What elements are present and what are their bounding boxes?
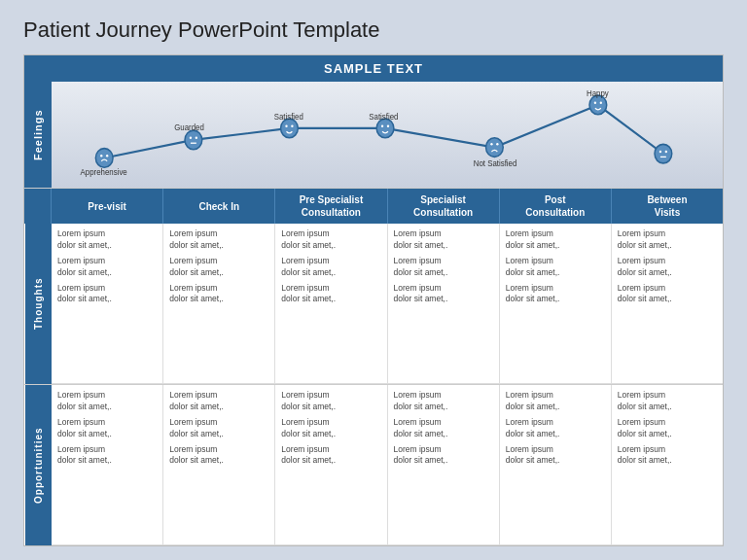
text-block: Lorem ipsumdolor sit amet,. [57, 283, 157, 306]
text-block: Lorem ipsumdolor sit amet,. [394, 256, 493, 279]
svg-point-14 [490, 143, 492, 146]
svg-point-9 [291, 124, 293, 127]
svg-point-0 [95, 149, 113, 168]
text-block: Lorem ipsumdolor sit amet,. [618, 256, 717, 279]
svg-text:Satisfied: Satisfied [369, 112, 399, 122]
feelings-label: Feelings [24, 82, 52, 188]
text-block: Lorem ipsumdolor sit amet,. [394, 417, 493, 440]
thoughts-row: Thoughts Lorem ipsumdolor sit amet,. Lor… [24, 224, 723, 385]
text-block: Lorem ipsumdolor sit amet,. [281, 228, 380, 252]
svg-point-2 [106, 155, 108, 158]
svg-text:Apprehensive: Apprehensive [81, 167, 127, 177]
svg-point-5 [196, 136, 197, 139]
svg-point-17 [594, 101, 596, 104]
page: Patient Journey PowerPoint Template SAMP… [0, 0, 747, 560]
table-section: Pre-visit Check In Pre SpecialistConsult… [24, 189, 723, 545]
text-block: Lorem ipsumdolor sit amet,. [281, 256, 380, 279]
thoughts-cell-2: Lorem ipsumdolor sit amet,. Lorem ipsumd… [163, 224, 275, 384]
text-block: Lorem ipsumdolor sit amet,. [169, 256, 268, 279]
text-block: Lorem ipsumdolor sit amet,. [169, 228, 268, 252]
svg-point-21 [665, 151, 667, 154]
text-block: Lorem ipsumdolor sit amet,. [57, 417, 157, 440]
text-block: Lorem ipsumdolor sit amet,. [506, 417, 605, 440]
text-block: Lorem ipsumdolor sit amet,. [281, 444, 380, 468]
opp-cell-3: Lorem ipsumdolor sit amet,. Lorem ipsumd… [275, 385, 387, 545]
thoughts-cell-1: Lorem ipsumdolor sit amet,. Lorem ipsumd… [52, 224, 163, 384]
svg-point-1 [100, 155, 102, 158]
opportunities-cells: Lorem ipsumdolor sit amet,. Lorem ipsumd… [52, 385, 723, 545]
svg-point-3 [185, 130, 202, 150]
thoughts-cell-5: Lorem ipsumdolor sit amet,. Lorem ipsumd… [500, 224, 612, 384]
thoughts-cells: Lorem ipsumdolor sit amet,. Lorem ipsumd… [52, 224, 723, 384]
svg-point-12 [387, 124, 389, 127]
col-header-prespec: Pre SpecialistConsultation [275, 189, 387, 224]
text-block: Lorem ipsumdolor sit amet,. [57, 390, 157, 413]
text-block: Lorem ipsumdolor sit amet,. [57, 444, 157, 468]
col-header-checkin: Check In [163, 189, 275, 224]
opp-cell-2: Lorem ipsumdolor sit amet,. Lorem ipsumd… [163, 385, 275, 545]
journey-svg: Apprehensive Guarded Satisfied Satisfied… [52, 82, 723, 188]
text-block: Lorem ipsumdolor sit amet,. [506, 444, 605, 468]
text-block: Lorem ipsumdolor sit amet,. [281, 417, 380, 440]
text-block: Lorem ipsumdolor sit amet,. [618, 444, 717, 468]
opp-cell-5: Lorem ipsumdolor sit amet,. Lorem ipsumd… [500, 385, 612, 545]
svg-point-11 [381, 124, 383, 127]
opp-cell-4: Lorem ipsumdolor sit amet,. Lorem ipsumd… [388, 385, 500, 545]
col-headers: Pre-visit Check In Pre SpecialistConsult… [52, 189, 723, 224]
text-block: Lorem ipsumdolor sit amet,. [169, 283, 268, 306]
col-header-postcons: PostConsultation [500, 189, 612, 224]
svg-point-18 [600, 101, 602, 104]
sample-text-bar: SAMPLE TEXT [24, 55, 723, 82]
text-block: Lorem ipsumdolor sit amet,. [618, 228, 717, 252]
thoughts-cell-4: Lorem ipsumdolor sit amet,. Lorem ipsumd… [388, 224, 500, 384]
svg-text:Happy: Happy [587, 88, 610, 98]
text-block: Lorem ipsumdolor sit amet,. [394, 228, 493, 252]
feelings-chart: Apprehensive Guarded Satisfied Satisfied… [52, 82, 723, 188]
svg-point-20 [659, 151, 661, 154]
thoughts-cell-3: Lorem ipsumdolor sit amet,. Lorem ipsumd… [275, 224, 387, 384]
text-block: Lorem ipsumdolor sit amet,. [394, 283, 493, 306]
opportunities-row: Opportunities Lorem ipsumdolor sit amet,… [24, 385, 723, 545]
feelings-section: Feelings [24, 82, 723, 189]
opportunities-label: Opportunities [24, 385, 52, 545]
svg-text:Guarded: Guarded [174, 122, 204, 132]
text-block: Lorem ipsumdolor sit amet,. [506, 283, 605, 306]
svg-text:Not Satisfied: Not Satisfied [474, 158, 517, 168]
page-title: Patient Journey PowerPoint Template [23, 18, 724, 43]
text-block: Lorem ipsumdolor sit amet,. [281, 283, 380, 306]
text-block: Lorem ipsumdolor sit amet,. [281, 390, 380, 413]
svg-point-19 [655, 144, 672, 163]
svg-point-8 [285, 124, 287, 127]
text-block: Lorem ipsumdolor sit amet,. [169, 444, 268, 468]
text-block: Lorem ipsumdolor sit amet,. [618, 390, 717, 413]
text-block: Lorem ipsumdolor sit amet,. [618, 417, 717, 440]
main-container: SAMPLE TEXT Feelings [23, 54, 724, 546]
svg-point-4 [190, 136, 192, 139]
text-block: Lorem ipsumdolor sit amet,. [506, 390, 605, 413]
col-header-between: BetweenVisits [612, 189, 723, 224]
text-block: Lorem ipsumdolor sit amet,. [394, 444, 493, 468]
text-block: Lorem ipsumdolor sit amet,. [57, 256, 157, 279]
text-block: Lorem ipsumdolor sit amet,. [169, 417, 268, 440]
opp-cell-6: Lorem ipsumdolor sit amet,. Lorem ipsumd… [612, 385, 723, 545]
col-header-previsit: Pre-visit [52, 189, 163, 224]
table-header-row: Pre-visit Check In Pre SpecialistConsult… [24, 189, 723, 224]
text-block: Lorem ipsumdolor sit amet,. [394, 390, 493, 413]
opp-cell-1: Lorem ipsumdolor sit amet,. Lorem ipsumd… [52, 385, 163, 545]
text-block: Lorem ipsumdolor sit amet,. [169, 390, 268, 413]
text-block: Lorem ipsumdolor sit amet,. [618, 283, 717, 306]
svg-text:Satisfied: Satisfied [274, 112, 304, 122]
svg-point-15 [496, 143, 498, 146]
thoughts-cell-6: Lorem ipsumdolor sit amet,. Lorem ipsumd… [612, 224, 723, 384]
text-block: Lorem ipsumdolor sit amet,. [506, 256, 605, 279]
text-block: Lorem ipsumdolor sit amet,. [506, 228, 605, 252]
svg-point-13 [486, 138, 504, 158]
thoughts-label: Thoughts [24, 224, 52, 384]
text-block: Lorem ipsumdolor sit amet,. [57, 228, 157, 252]
col-header-spec: SpecialistConsultation [388, 189, 500, 224]
